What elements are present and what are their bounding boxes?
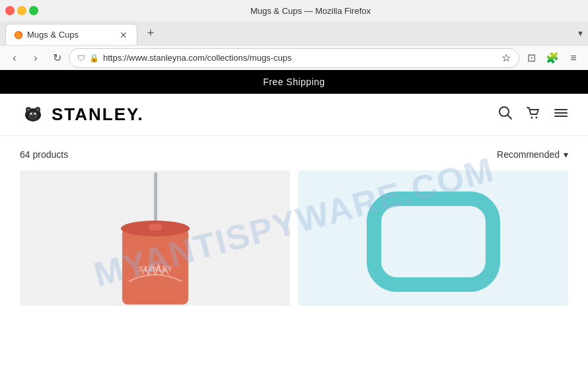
bear-mascot-icon bbox=[20, 105, 46, 125]
tab-bar: Mugs & Cups ✕ + ▾ bbox=[0, 21, 588, 45]
title-bar: Mugs & Cups — Mozilla Firefox bbox=[0, 0, 588, 21]
url-input[interactable] bbox=[103, 53, 497, 63]
product-card[interactable]: STANLEY bbox=[20, 170, 290, 306]
more-button[interactable]: ≡ bbox=[564, 49, 583, 67]
new-tab-button[interactable]: + bbox=[141, 24, 160, 42]
svg-point-12 bbox=[531, 117, 533, 119]
menu-button[interactable] bbox=[554, 106, 568, 123]
forward-button[interactable]: › bbox=[26, 49, 45, 67]
extensions-icon: 🧩 bbox=[546, 52, 559, 64]
hamburger-icon: ≡ bbox=[570, 52, 576, 64]
website-content: MYANTISPYWARE.COM Free Shipping STANLEY. bbox=[0, 70, 588, 385]
svg-point-13 bbox=[536, 117, 538, 119]
svg-point-5 bbox=[27, 108, 30, 111]
products-header: 64 products Recommended ▾ bbox=[20, 149, 568, 160]
svg-point-9 bbox=[30, 115, 36, 118]
nav-bar: ‹ › ↻ 🛡 🔒 ☆ ⊡ 🧩 ≡ bbox=[0, 45, 588, 70]
product-card[interactable] bbox=[298, 170, 568, 306]
extensions-button[interactable]: 🧩 bbox=[543, 49, 562, 67]
window-controls bbox=[5, 6, 38, 15]
cart-icon bbox=[526, 106, 540, 120]
chevron-down-icon: ▾ bbox=[564, 149, 568, 160]
window-title: Mugs & Cups — Mozilla Firefox bbox=[38, 6, 583, 16]
product-image-2 bbox=[298, 170, 568, 306]
maximize-button[interactable] bbox=[29, 6, 38, 15]
hamburger-menu-icon bbox=[554, 106, 568, 120]
address-bar[interactable]: 🛡 🔒 ☆ bbox=[69, 48, 519, 68]
mug-handle-icon bbox=[354, 179, 513, 298]
sort-label: Recommended bbox=[497, 149, 560, 160]
reload-icon: ↻ bbox=[53, 52, 61, 64]
svg-line-11 bbox=[507, 115, 511, 119]
free-shipping-text: Free Shipping bbox=[263, 77, 325, 87]
minimize-button[interactable] bbox=[17, 6, 26, 15]
sort-dropdown[interactable]: Recommended ▾ bbox=[497, 149, 568, 160]
tab-label: Mugs & Cups bbox=[27, 30, 114, 40]
bookmark-star-icon[interactable]: ☆ bbox=[501, 52, 511, 64]
firefox-icon bbox=[14, 30, 23, 40]
browser-chrome: Mugs & Cups — Mozilla Firefox Mugs & Cup… bbox=[0, 0, 588, 70]
pocket-icon: ⊡ bbox=[527, 52, 536, 64]
tab-list-button[interactable]: ▾ bbox=[578, 28, 583, 38]
stanley-logo[interactable]: STANLEY. bbox=[20, 104, 144, 125]
lock-icon: 🔒 bbox=[89, 53, 99, 63]
tumbler-with-straw-icon: STANLEY bbox=[96, 170, 215, 306]
product-image-1: STANLEY bbox=[20, 170, 290, 306]
shield-icon: 🛡 bbox=[77, 53, 85, 63]
header-icons bbox=[498, 106, 568, 123]
site-header: STANLEY. bbox=[0, 94, 588, 136]
svg-point-6 bbox=[36, 108, 40, 111]
svg-rect-22 bbox=[374, 199, 493, 285]
product-grid: STANLEY bbox=[20, 170, 568, 306]
logo-text: STANLEY. bbox=[52, 104, 144, 125]
active-tab[interactable]: Mugs & Cups ✕ bbox=[5, 24, 137, 45]
pocket-button[interactable]: ⊡ bbox=[522, 49, 540, 67]
svg-rect-20 bbox=[149, 224, 162, 230]
free-shipping-banner: Free Shipping bbox=[0, 70, 588, 94]
nav-icons: ⊡ 🧩 ≡ bbox=[522, 49, 583, 67]
products-section: 64 products Recommended ▾ bbox=[0, 136, 588, 319]
close-button[interactable] bbox=[5, 6, 15, 15]
search-icon bbox=[498, 106, 513, 120]
svg-point-7 bbox=[30, 112, 32, 114]
products-count: 64 products bbox=[20, 149, 68, 160]
svg-point-8 bbox=[34, 112, 36, 114]
search-button[interactable] bbox=[498, 106, 513, 123]
cart-button[interactable] bbox=[526, 106, 540, 123]
tab-close-button[interactable]: ✕ bbox=[118, 30, 129, 40]
back-icon: ‹ bbox=[13, 52, 16, 64]
reload-button[interactable]: ↻ bbox=[48, 49, 66, 67]
back-button[interactable]: ‹ bbox=[5, 49, 24, 67]
forward-icon: › bbox=[34, 52, 37, 64]
